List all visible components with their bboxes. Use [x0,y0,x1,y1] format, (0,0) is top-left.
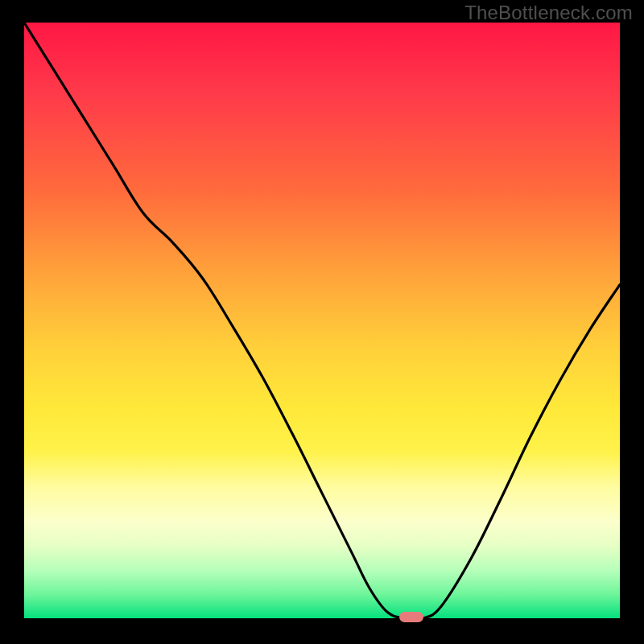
watermark-text: TheBottleneck.com [464,2,633,24]
optimal-marker [399,612,423,622]
chart-container: TheBottleneck.com [0,0,644,644]
plot-area [24,23,620,618]
